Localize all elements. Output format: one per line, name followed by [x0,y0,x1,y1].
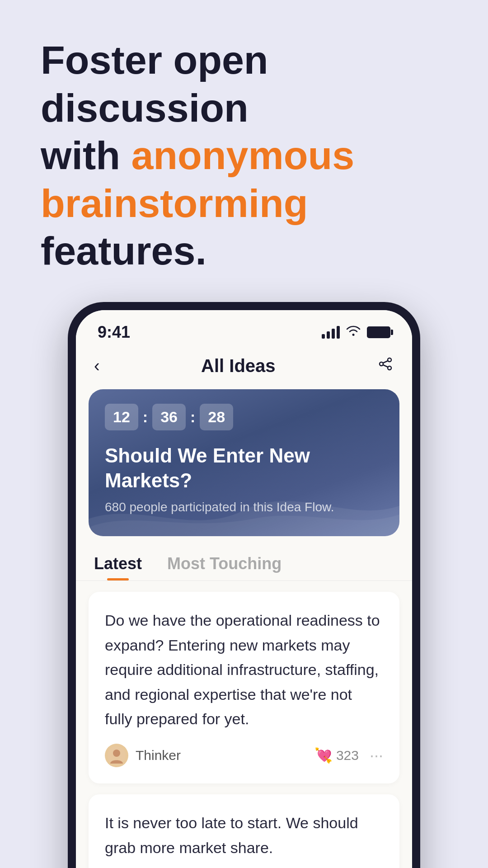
idea-card-1: Do we have the operational readiness to … [89,592,399,783]
status-time: 9:41 [98,323,130,342]
phone-mockup: 9:41 [68,302,420,868]
status-bar: 9:41 [76,310,412,346]
hero-line3: brainstorming features. [41,179,447,275]
hero-line3-orange: brainstorming [41,181,308,226]
hero-line2: with anonymous [41,132,447,179]
page-wrapper: Foster open discussion with anonymous br… [0,0,488,868]
idea-footer-1: Thinker 💘 323 ··· [105,744,383,767]
nav-title: All Ideas [201,356,276,376]
hero-line1: Foster open discussion [41,36,447,132]
hero-line2-prefix: with [41,133,131,178]
reaction-badge-1: 💘 323 [314,747,359,764]
idea-text-2: It is never too late to start. We should… [105,811,383,860]
back-button[interactable]: ‹ [94,357,100,374]
svg-line-3 [383,361,388,363]
tab-divider [76,580,412,581]
top-nav: ‹ All Ideas [76,346,412,389]
banner-card: 12 : 36 : 28 Should We Enter New Markets… [89,389,399,536]
avatar-1 [105,744,128,767]
idea-author-1: Thinker [105,744,181,767]
signal-icon [322,326,340,339]
hero-section: Foster open discussion with anonymous br… [41,36,447,275]
tab-latest[interactable]: Latest [94,554,142,580]
timer-sep2: : [190,408,195,426]
share-button[interactable] [377,355,394,377]
banner-title: Should We Enter New Markets? [105,443,383,493]
timer-seconds: 28 [200,404,233,430]
timer-hours: 12 [105,404,138,430]
status-icons [322,325,390,340]
reaction-count-1: 323 [336,748,359,763]
phone-screen: 9:41 [76,310,412,868]
banner-subtitle: 680 people participated in this Idea Flo… [105,500,383,514]
svg-line-4 [383,365,388,367]
hero-line3-suffix: features. [41,228,206,273]
hero-line2-orange: anonymous [131,133,354,178]
svg-point-6 [113,750,120,757]
idea-reactions-1: 💘 323 ··· [314,746,383,765]
idea-card-2: It is never too late to start. We should… [89,794,399,868]
battery-icon [367,326,390,338]
timer-row: 12 : 36 : 28 [105,404,383,430]
timer-minutes: 36 [152,404,186,430]
wifi-icon [346,325,361,340]
more-button-1[interactable]: ··· [370,746,383,765]
author-name-1: Thinker [136,748,181,763]
idea-text-1: Do we have the operational readiness to … [105,608,383,731]
timer-sep1: : [143,408,148,426]
tabs-row: Latest Most Touching [76,551,412,580]
reaction-emoji-1: 💘 [314,747,333,764]
tab-most-touching[interactable]: Most Touching [167,554,282,580]
